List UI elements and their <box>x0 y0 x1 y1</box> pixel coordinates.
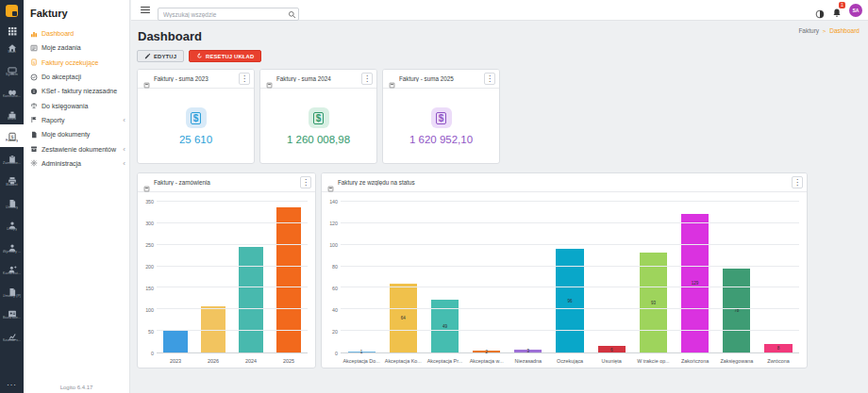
x-tick-label: Oczekująca <box>549 355 591 368</box>
rail-item-szanse-s[interactable]: Szanse s... <box>0 324 24 347</box>
sidebar-item-label: Moje dokumenty <box>42 131 90 138</box>
person-add-icon <box>8 261 17 270</box>
currency-tile-icon: $ <box>309 107 329 128</box>
kebab-menu-icon[interactable]: ⋮ <box>361 73 373 85</box>
bar-akceptacja-do[interactable]: 1 <box>348 352 376 352</box>
sidebar-item-raporty[interactable]: Raporty‹ <box>24 113 129 127</box>
sidebar-item-ksef-faktury-niezasadne[interactable]: KSef - faktury niezasadne <box>24 84 129 98</box>
bar-akceptacja-ko[interactable]: 64 <box>390 284 417 352</box>
sidebar-item-zestawienie-dokumentów[interactable]: Zestawienie dokumentów‹ <box>24 141 129 156</box>
contract-icon <box>8 195 17 205</box>
y-tick-label: 40 <box>332 307 338 313</box>
y-tick-label: 50 <box>148 329 154 335</box>
rail-item-system[interactable]: System <box>0 58 24 81</box>
chart-y-axis: 020406080100120140 <box>326 202 341 353</box>
rail-item-umowy[interactable]: Umowy <box>0 191 24 214</box>
sidebar-item-moje-dokumenty[interactable]: Moje dokumenty <box>24 127 129 141</box>
breadcrumb-separator: > <box>823 28 826 34</box>
chart-plot <box>157 202 308 353</box>
apps-grid-icon[interactable] <box>8 23 17 32</box>
rail-item-label: Baza klie... <box>3 315 22 319</box>
rail-item-start[interactable]: Start <box>0 36 24 58</box>
bar-2023[interactable] <box>163 330 188 352</box>
y-tick-label: 0 <box>335 351 338 356</box>
bar-zaksięgowana[interactable]: 78 <box>723 269 750 352</box>
currency-tile-icon: $ <box>186 107 207 128</box>
rail-item-bud-et[interactable]: Budżet <box>0 169 24 191</box>
contact-card-icon <box>8 305 17 315</box>
chart-y-axis: 050100150200250300350 <box>142 202 157 353</box>
sidebar-item-label: Faktury oczekujące <box>42 59 98 66</box>
rail-item-biuro[interactable]: Biuro <box>0 103 24 125</box>
summary-card: Faktury - suma 2024⋮$1 260 008,98 <box>259 69 377 164</box>
kebab-menu-icon[interactable]: ⋮ <box>300 176 311 188</box>
bar-value-label: 129 <box>692 281 699 286</box>
sidebar-item-dashboard[interactable]: Dashboard <box>24 26 129 41</box>
y-tick-label: 140 <box>329 199 338 205</box>
handshake-icon <box>8 84 17 93</box>
search-icon[interactable] <box>288 6 296 14</box>
contrast-toggle-icon[interactable] <box>815 6 825 15</box>
gridline <box>157 201 308 202</box>
bar-value-label: 64 <box>401 316 406 320</box>
summary-card-title: Faktury - suma 2024 <box>276 75 358 82</box>
bar-2024[interactable] <box>239 247 263 352</box>
bar-akceptacja-w[interactable]: 2 <box>473 351 500 352</box>
rail-item-label: Faktury <box>6 138 18 142</box>
search-input[interactable] <box>158 8 299 21</box>
main-content: Faktury > Dashboard Dashboard EDYTUJ RES… <box>131 21 868 393</box>
bar-zakończona[interactable]: 129 <box>681 214 709 352</box>
bar-value-label: 2 <box>485 349 488 353</box>
y-tick-label: 250 <box>145 242 154 248</box>
sidebar-item-administracja[interactable]: Administracja‹ <box>24 156 129 171</box>
hamburger-menu-icon[interactable] <box>141 7 150 14</box>
rail-item-faktury[interactable]: $Faktury <box>0 124 24 147</box>
sidebar-item-label: Raporty <box>42 117 65 123</box>
widget-icon <box>389 75 395 82</box>
bar-value-label: 93 <box>651 300 656 304</box>
x-tick-label: W trakcie op... <box>632 355 674 368</box>
bar-zwrócona[interactable]: 8 <box>764 344 792 352</box>
kebab-menu-icon[interactable]: ⋮ <box>792 176 803 188</box>
summary-card-value: 1 620 952,10 <box>409 134 473 145</box>
y-tick-label: 100 <box>145 307 154 313</box>
bar-usunięta[interactable]: 6 <box>598 346 626 352</box>
summary-card-value: 1 260 008,98 <box>287 134 350 145</box>
bar-w-trakcie-op[interactable]: 93 <box>640 253 667 352</box>
rail-more-button[interactable]: ... <box>7 378 17 387</box>
kebab-menu-icon[interactable]: ⋮ <box>239 73 250 85</box>
edit-button[interactable]: EDYTUJ <box>137 50 184 62</box>
gridline <box>341 201 799 202</box>
rail-item-label: Szanse s... <box>3 337 22 342</box>
sidebar-item-moje-zadania[interactable]: Moje zadania <box>24 41 129 55</box>
rail-item-karta-zat[interactable]: Karta zat... <box>0 257 24 280</box>
sidebar-item-label: Administracja <box>42 160 81 167</box>
bar-value-label: 6 <box>610 347 613 352</box>
rail-item-zam-wie[interactable]: Zamówie... <box>0 147 24 170</box>
kebab-menu-icon[interactable]: ⋮ <box>484 73 495 85</box>
chevron-icon: ‹ <box>123 159 125 168</box>
rail-item-label: Umowy <box>6 205 18 209</box>
rail-item-baza-klie[interactable]: Baza klie... <box>0 302 24 324</box>
rail-item-urlopy[interactable]: Urlopy <box>0 213 24 236</box>
sidebar-item-do-księgowania[interactable]: Do księgowania <box>24 98 129 112</box>
building-icon <box>8 106 17 116</box>
bar-niezasadna[interactable]: 3 <box>514 350 542 352</box>
rail-item-umowy-p[interactable]: Umowy (P) <box>0 280 24 303</box>
rail-item-label: Zamówie... <box>3 160 22 165</box>
app-logo[interactable] <box>6 5 18 17</box>
breadcrumb: Faktury > Dashboard <box>798 27 860 34</box>
gridline <box>157 244 308 245</box>
y-tick-label: 150 <box>145 286 154 291</box>
reset-layout-button[interactable]: RESETUJ UKŁAD <box>189 50 261 62</box>
x-tick-label: 2026 <box>194 355 232 368</box>
summary-card: Faktury - suma 2023⋮$25 610 <box>137 69 255 164</box>
rail-item-label: Karta zat... <box>3 270 21 275</box>
rail-item-wymiary[interactable]: Wymiary ... <box>0 236 24 258</box>
sidebar-item-do-akceptacji[interactable]: Do akceptacji <box>24 70 129 84</box>
notifications-bell-icon[interactable]: 1 <box>832 5 842 15</box>
rail-item-kontrahe[interactable]: Kontrahe... <box>0 80 24 103</box>
user-avatar[interactable]: SA <box>849 4 862 17</box>
sidebar-item-faktury-oczekujące[interactable]: $Faktury oczekujące <box>24 56 129 70</box>
breadcrumb-parent[interactable]: Faktury <box>798 27 819 34</box>
